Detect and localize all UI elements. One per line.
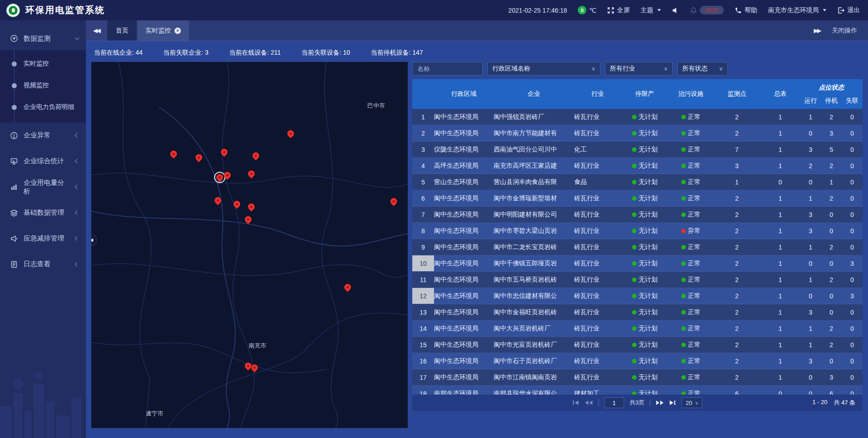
next-page-button[interactable] — [656, 400, 664, 405]
status-dot-green — [632, 326, 637, 331]
col-pollution-facility: 治污设施 — [668, 79, 713, 109]
cell-pollution-facility: 正常 — [668, 190, 713, 206]
map-city-label: 遂宁市 — [146, 410, 164, 418]
table-row[interactable]: 12阆中生态环境局阆中市忠信建材有限公砖瓦行业无计划正常21003 — [412, 288, 863, 304]
help-button[interactable]: 帮助 — [735, 6, 757, 14]
table-row[interactable]: 13阆中生态环境局阆中市金福旺页岩机砖砖瓦行业无计划正常21300 — [412, 304, 863, 320]
cell-disconnected: 0 — [842, 239, 863, 255]
cell-running: 1 — [800, 109, 821, 125]
app-root: 环保用电监管系统 2021-02-25 17:46:18 0 ℃ 全屏 主题 2… — [0, 0, 868, 438]
alert-circle-icon — [10, 132, 18, 140]
prev-page-button[interactable] — [585, 400, 593, 405]
table-row[interactable]: 18南部生态环境局南部县瑞华水泥有限公建材加工无计划正常60060 — [412, 386, 863, 395]
col-total-meter: 总表 — [760, 79, 800, 109]
close-operations-button[interactable]: 关闭操作 — [832, 27, 857, 35]
row-number: 5 — [412, 174, 434, 190]
status-dot-green — [681, 326, 686, 331]
cell-region: 阆中生态环境局 — [434, 337, 494, 353]
sidebar-item-enterprise-statistics[interactable]: 企业综合统计 — [0, 148, 86, 174]
table-row[interactable]: 1阆中生态环境局阆中强锐页岩砖厂砖瓦行业无计划正常21120 — [412, 109, 863, 125]
cell-production-limit: 无计划 — [621, 223, 668, 239]
status-dot-green — [632, 131, 637, 136]
table-row[interactable]: 3仪陇生态环境局西南油气田分公司川中化工无计划正常71350 — [412, 141, 863, 158]
table-row[interactable]: 14阆中生态环境局阆中大兴页岩机砖厂砖瓦行业无计划正常21120 — [412, 320, 863, 337]
status-dot-green — [681, 278, 686, 282]
table-row[interactable]: 16阆中生态环境局阆中市石子页岩机砖厂砖瓦行业无计划正常21300 — [412, 353, 863, 369]
close-tab-icon[interactable]: × — [175, 28, 181, 34]
table-row[interactable]: 11阆中生态环境局阆中市五马桥页岩机砖砖瓦行业无计划正常21120 — [412, 272, 863, 288]
cell-pollution-facility: 正常 — [668, 386, 713, 395]
top-bar: 环保用电监管系统 2021-02-25 17:46:18 0 ℃ 全屏 主题 2… — [0, 0, 868, 20]
cell-region: 仪陇生态环境局 — [434, 141, 494, 157]
cell-running: 2 — [800, 158, 821, 174]
tab-home[interactable]: 首页 — [108, 20, 137, 41]
cell-region: 阆中生态环境局 — [434, 288, 494, 304]
sidebar-item-base-data[interactable]: 基础数据管理 — [0, 200, 86, 226]
cell-company: 阆中市金博瑞新型墙材 — [494, 190, 574, 206]
sidebar-item-data-monitoring[interactable]: 数据监测 — [0, 27, 86, 50]
cell-monitor-points: 2 — [713, 223, 760, 239]
sidebar-item-enterprise-abnormal[interactable]: 企业异常 — [0, 122, 86, 148]
cell-disconnected: 0 — [842, 141, 863, 157]
cell-disconnected: 0 — [842, 320, 863, 336]
org-dropdown[interactable]: 南充市生态环境局 — [768, 6, 826, 14]
theme-dropdown[interactable]: 主题 — [641, 6, 661, 14]
name-filter-field[interactable] — [412, 62, 483, 75]
row-number: 9 — [412, 239, 434, 255]
table-row[interactable]: 4高坪生态环境局南充市高坪区王家店建砖瓦行业无计划正常31220 — [412, 158, 863, 174]
status-filter-select[interactable]: 所有状态∨ — [677, 62, 728, 75]
logout-button[interactable]: 退出 — [837, 6, 860, 14]
volume-button[interactable] — [672, 7, 679, 14]
scroll-tabs-right-button[interactable]: ▶▶ — [814, 27, 820, 34]
region-filter-select[interactable]: 行政区域名称∨ — [487, 62, 600, 75]
row-number: 3 — [412, 141, 434, 157]
cell-industry: 砖瓦行业 — [574, 125, 621, 141]
sidebar: 数据监测 实时监控 视频监控 企业电力负荷明细 企业异常 企业综合统计 企业用电… — [0, 20, 86, 438]
temperature: 0 ℃ — [578, 6, 596, 14]
table-row[interactable]: 9阆中生态环境局阆中市二龙长宝页岩砖砖瓦行业无计划正常21120 — [412, 239, 863, 255]
last-page-button[interactable] — [670, 400, 676, 405]
sidebar-item-power-load-detail[interactable]: 企业电力负荷明细 — [0, 96, 86, 118]
total-records-label: 共 47 条 — [834, 399, 855, 407]
cell-company: 阆中大兴页岩机砖厂 — [494, 320, 574, 336]
page-number-input[interactable] — [604, 397, 624, 408]
cell-region: 阆中生态环境局 — [434, 109, 494, 125]
table-row[interactable]: 6阆中生态环境局阆中市金博瑞新型墙材砖瓦行业无计划正常21120 — [412, 190, 863, 207]
table-row[interactable]: 15阆中生态环境局阆中市光富页岩机砖厂砖瓦行业无计划正常21120 — [412, 337, 863, 353]
name-filter-input[interactable] — [417, 65, 478, 72]
temperature-unit: ℃ — [589, 7, 596, 14]
fullscreen-button[interactable]: 全屏 — [607, 6, 630, 14]
status-dot-green — [632, 229, 637, 233]
col-stopped: 停机 — [821, 93, 842, 109]
cell-production-limit: 无计划 — [621, 386, 668, 395]
table-row[interactable]: 5营山生态环境局营山县润丰肉食品有限食品无计划正常10010 — [412, 174, 863, 190]
sidebar-item-realtime-monitoring[interactable]: 实时监控 — [0, 53, 86, 75]
col-monitor-points: 监测点 — [713, 79, 760, 109]
cell-total-meter: 1 — [760, 239, 800, 255]
sidebar-item-log-view[interactable]: 日志查看 — [0, 251, 86, 277]
tab-realtime-monitoring[interactable]: 实时监控 × — [137, 20, 189, 41]
status-dot-green — [632, 310, 637, 315]
cell-industry: 砖瓦行业 — [574, 190, 621, 206]
industry-filter-select[interactable]: 所有行业∨ — [605, 62, 673, 75]
cell-monitor-points: 2 — [713, 320, 760, 336]
status-dot-green — [681, 164, 686, 168]
table-row[interactable]: 8阆中生态环境局阆中市枣碧大梁山页岩砖瓦行业无计划异常21300 — [412, 223, 863, 239]
first-page-button[interactable] — [572, 400, 579, 405]
cell-monitor-points: 2 — [713, 304, 760, 320]
sidebar-item-video-monitoring[interactable]: 视频监控 — [0, 75, 86, 96]
cell-industry: 砖瓦行业 — [574, 158, 621, 174]
table-row[interactable]: 7阆中生态环境局阆中明阳建材有限公司砖瓦行业无计划正常21300 — [412, 207, 863, 223]
sidebar-item-emergency-reduction[interactable]: 应急减排管理 — [0, 226, 86, 251]
page-size-select[interactable]: 20∨ — [682, 397, 703, 408]
table-row[interactable]: 2阆中生态环境局阆中市南方节能建材有砖瓦行业无计划正常21030 — [412, 125, 863, 141]
collapse-tabs-button[interactable]: ◀◀ — [86, 20, 107, 41]
cell-region: 阆中生态环境局 — [434, 207, 494, 222]
map-panel[interactable]: ◀ 巴中市南充市遂宁市 — [91, 62, 408, 428]
chevron-left-icon — [75, 211, 80, 215]
table-row[interactable]: 10阆中生态环境局阆中千佛镇五郎垭页岩砖瓦行业无计划正常21003 — [412, 255, 863, 272]
notification-area[interactable]: 2632 — [690, 6, 724, 14]
table-row[interactable]: 17阆中生态环境局阆中市江南镇阆南页岩砖瓦行业无计划正常21030 — [412, 369, 863, 386]
sidebar-item-power-analysis[interactable]: 企业用电量分析 — [0, 174, 86, 200]
cell-pollution-facility: 异常 — [668, 223, 713, 239]
